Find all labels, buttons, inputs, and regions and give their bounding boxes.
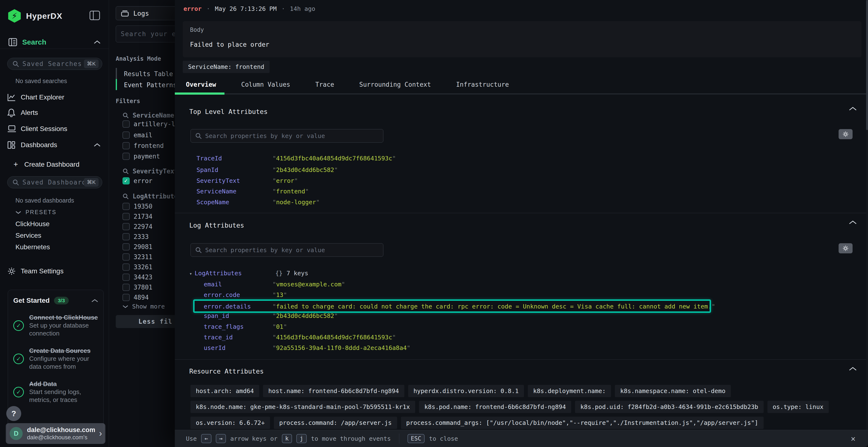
resource-chip[interactable]: process.command_args: ["/usr/local/bin/n… xyxy=(401,417,764,429)
filter-option[interactable]: 22974 xyxy=(123,223,152,230)
preset-item-services[interactable]: Services xyxy=(16,232,41,239)
checkbox[interactable] xyxy=(123,223,130,230)
attribute-value[interactable]: node-logger xyxy=(273,199,320,206)
collapse-section-icon[interactable] xyxy=(849,367,857,371)
attribute-value[interactable]: 2b43d0c4dd6bc582 xyxy=(273,312,338,319)
sidebar-item-search[interactable]: Search xyxy=(8,38,101,47)
checkbox[interactable] xyxy=(123,284,130,291)
attribute-key[interactable]: SeverityText xyxy=(196,177,273,184)
checkbox[interactable] xyxy=(123,213,130,220)
attribute-row[interactable]: SeverityText error xyxy=(196,177,298,184)
top-level-search-input[interactable] xyxy=(205,133,379,139)
checkbox-checked[interactable] xyxy=(123,177,130,184)
resource-chip[interactable]: k8s.node.name: gke-pme-k8s-standard-main… xyxy=(190,401,415,413)
log-attributes-search-input[interactable] xyxy=(205,247,379,253)
tab-trace[interactable]: Trace xyxy=(315,81,334,88)
attribute-row[interactable]: trace_flags 01 xyxy=(204,323,287,330)
chevron-up-icon[interactable] xyxy=(91,299,98,303)
attribute-key[interactable]: ServiceName xyxy=(196,188,273,195)
attribute-row-error-details[interactable]: error.details failed to charge card: cou… xyxy=(204,303,715,310)
sidebar-item-team-settings[interactable]: Team Settings xyxy=(0,265,109,278)
get-started-step-connect[interactable]: ✓ Connect to ClickHouse Set up your data… xyxy=(13,314,98,338)
presets-toggle[interactable]: PRESETS xyxy=(16,209,56,215)
checkbox[interactable] xyxy=(123,203,130,210)
tab-overview[interactable]: Overview xyxy=(186,81,216,88)
filter-option[interactable]: 21734 xyxy=(123,213,152,220)
collapse-section-icon[interactable] xyxy=(849,220,857,225)
filter-option[interactable]: 34423 xyxy=(123,274,152,281)
attribute-value[interactable]: 13 xyxy=(273,291,287,299)
attribute-value[interactable]: 2b43d0c4dd6bc582 xyxy=(273,166,338,173)
checkbox[interactable] xyxy=(123,121,130,128)
attribute-key[interactable]: TraceId xyxy=(196,155,273,162)
mode-event-patterns[interactable]: Event Patterns xyxy=(124,81,177,89)
preset-item-clickhouse[interactable]: ClickHouse xyxy=(16,220,50,228)
sidebar-item-alerts[interactable]: Alerts xyxy=(0,106,109,119)
attribute-row[interactable]: email vmoses@example.com xyxy=(204,281,345,288)
attribute-row[interactable]: ServiceName frontend xyxy=(196,188,309,195)
saved-dashboards-input[interactable]: Saved Dashboards ⌘K xyxy=(7,176,102,188)
attribute-value[interactable]: 4156d3fbc40a64854d9dc7f68641593c xyxy=(273,334,396,341)
filter-option[interactable]: artillery-loa xyxy=(123,121,183,128)
filter-group-servicename[interactable]: ServiceName xyxy=(123,112,174,119)
attribute-key[interactable]: span_id xyxy=(204,312,273,319)
log-attributes-root-row[interactable]: ▾ LogAttributes {} 7 keys xyxy=(189,270,308,277)
top-level-search[interactable] xyxy=(190,129,383,143)
get-started-step-add-data[interactable]: ✓ Add Data Start sending logs, metrics, … xyxy=(13,380,98,404)
resource-chip[interactable]: k8s.pod.uid: f284fb2d-a0b3-4634-991b-e2c… xyxy=(575,401,764,413)
create-dashboard-button[interactable]: + Create Dashboard xyxy=(13,160,80,169)
checkbox[interactable] xyxy=(123,274,130,281)
filter-option[interactable]: 33261 xyxy=(123,264,152,271)
resource-chip[interactable]: k8s.pod.name: frontend-6b6c8d7bfd-ng894 xyxy=(419,401,571,413)
tab-surrounding-context[interactable]: Surrounding Context xyxy=(359,81,431,88)
attribute-key[interactable]: error.code xyxy=(204,291,273,299)
filter-option[interactable]: 37801 xyxy=(123,284,152,291)
filter-group-logattributes[interactable]: LogAttributes xyxy=(123,193,182,200)
mode-results-table[interactable]: Results Table xyxy=(124,70,173,77)
attribute-key[interactable]: trace_flags xyxy=(204,323,273,330)
checkbox[interactable] xyxy=(123,253,130,261)
filter-option[interactable]: 29081 xyxy=(123,243,152,250)
checkbox[interactable] xyxy=(123,243,130,250)
top-level-settings-button[interactable] xyxy=(839,129,852,139)
user-menu[interactable]: D dale@clickhouse.com dale@clickhouse.co… xyxy=(6,423,105,444)
checkbox[interactable] xyxy=(123,142,130,149)
log-attributes-search[interactable] xyxy=(190,243,383,257)
resource-chip[interactable]: process.command: /app/server.js xyxy=(274,417,397,429)
attribute-row[interactable]: SpanId 2b43d0c4dd6bc582 xyxy=(196,166,338,173)
attribute-value[interactable]: 01 xyxy=(273,323,287,330)
attribute-row[interactable]: ScopeName node-logger xyxy=(196,199,320,206)
filter-option[interactable]: 4894 xyxy=(123,294,149,301)
attribute-value[interactable]: 92a55156-39a4-11f0-8ddd-a2eca416a8a4 xyxy=(273,344,410,351)
preset-item-kubernetes[interactable]: Kubernetes xyxy=(16,243,50,251)
get-started-step-sources[interactable]: ✓ Create Data Sources Configure where yo… xyxy=(13,347,98,371)
scrollbar-thumb[interactable] xyxy=(866,0,868,130)
caret-down-icon[interactable]: ▾ xyxy=(189,271,192,277)
attribute-key[interactable]: LogAttributes xyxy=(194,270,275,277)
attribute-key[interactable]: trace_id xyxy=(204,334,273,341)
sidebar-collapse-icon[interactable] xyxy=(89,10,100,20)
checkbox[interactable] xyxy=(123,294,130,301)
resource-chip[interactable]: os.type: linux xyxy=(768,401,829,413)
service-name-chip[interactable]: ServiceName: frontend xyxy=(183,61,270,73)
checkbox[interactable] xyxy=(123,153,130,160)
checkbox[interactable] xyxy=(123,132,130,139)
attribute-key[interactable]: error.details xyxy=(204,303,273,310)
attribute-row[interactable]: trace_id 4156d3fbc40a64854d9dc7f68641593… xyxy=(204,334,396,341)
resource-chip[interactable]: host.name: frontend-6b6c8d7bfd-ng894 xyxy=(263,385,404,397)
esc-key[interactable]: ESC xyxy=(407,434,425,443)
attribute-row[interactable]: span_id 2b43d0c4dd6bc582 xyxy=(204,312,338,319)
checkbox[interactable] xyxy=(123,233,130,240)
sidebar-item-client-sessions[interactable]: Client Sessions xyxy=(0,122,109,136)
brand[interactable]: ⚡ HyperDX xyxy=(8,9,62,23)
resource-chip[interactable]: os.version: 6.6.72+ xyxy=(190,417,270,429)
filter-option[interactable]: 2333 xyxy=(123,233,149,240)
filter-option[interactable]: frontend xyxy=(123,142,164,149)
checkbox[interactable] xyxy=(123,264,130,271)
attribute-key[interactable]: SpanId xyxy=(196,166,273,173)
attribute-value[interactable]: vmoses@example.com xyxy=(273,281,345,288)
attribute-value[interactable]: frontend xyxy=(273,188,309,195)
attribute-value[interactable]: failed to charge card: could not charge … xyxy=(273,303,715,310)
collapse-section-icon[interactable] xyxy=(849,106,857,111)
filter-option-error[interactable]: error xyxy=(123,177,152,184)
